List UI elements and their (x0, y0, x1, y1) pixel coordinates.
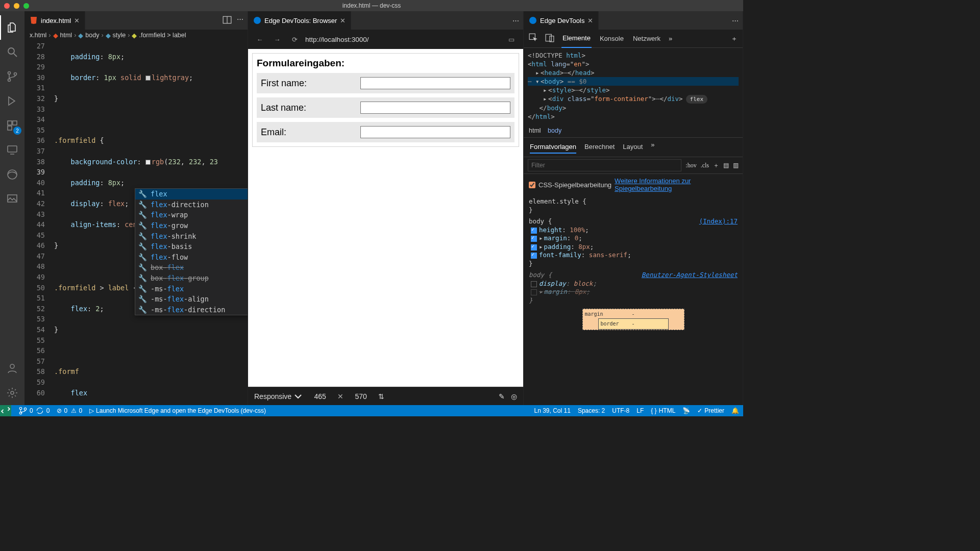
chevron-down-icon (293, 392, 303, 401)
activity-explorer[interactable] (0, 15, 24, 40)
activity-search[interactable] (0, 40, 24, 64)
field-label: Last name: (261, 103, 360, 113)
hov-button[interactable]: :hov (685, 162, 696, 169)
inspect-element-icon[interactable] (529, 33, 538, 44)
autocomplete-item[interactable]: 🔧flex-grow (135, 220, 248, 231)
autocomplete-item[interactable]: 🔧-ms-flex (135, 283, 248, 294)
go-live-icon[interactable]: 📡 (682, 407, 690, 414)
problems-status[interactable]: ⊘ 0 ⚠ 0 (57, 407, 82, 414)
more-actions-icon[interactable]: ⋯ (512, 17, 519, 24)
more-actions-icon[interactable]: ⋯ (732, 17, 739, 24)
autocomplete-item[interactable]: 🔧flex-shrink (135, 231, 248, 241)
close-icon[interactable]: ✕ (587, 17, 593, 24)
dom-tree[interactable]: <!DOCTYPE html> <html lang="en"> ▸<head>… (524, 48, 743, 124)
new-rule-icon[interactable]: ＋ (713, 161, 719, 170)
screencast-icon[interactable]: ▭ (505, 33, 518, 46)
styles-filter-row: :hov .cls ＋ ▤ ▥ (524, 157, 743, 174)
activity-run[interactable] (0, 89, 24, 113)
tab-edge-browser[interactable]: Edge DevTools: Browser ✕ (248, 11, 351, 30)
tab-edge-devtools[interactable]: Edge DevTools ✕ (524, 11, 599, 30)
scm-status[interactable]: 0 0 (18, 406, 50, 415)
first-name-input[interactable] (360, 77, 510, 89)
svg-rect-8 (8, 146, 17, 152)
code-editor[interactable]: 272829 303132 333435 363738 394041 42434… (24, 41, 248, 405)
cls-button[interactable]: .cls (701, 162, 709, 169)
tab-console[interactable]: Konsole (599, 30, 625, 48)
language-mode[interactable]: { } HTML (651, 407, 675, 414)
autocomplete-item[interactable]: 🔧flex-flow (135, 252, 248, 263)
property-icon: 🔧 (138, 295, 146, 303)
autocomplete-item[interactable]: 🔧-ms-flex-direction (135, 305, 248, 315)
more-actions-icon[interactable]: ⋯ (237, 15, 243, 26)
css-mirror-checkbox[interactable] (529, 182, 535, 188)
viewport-width[interactable] (309, 392, 331, 400)
html-file-icon (30, 16, 38, 24)
svg-point-21 (19, 407, 22, 410)
add-tab-icon[interactable]: ＋ (731, 34, 738, 43)
autocomplete-item[interactable]: 🔧box-flex-group (135, 273, 248, 284)
encoding-status[interactable]: UTF-8 (612, 407, 629, 414)
css-mirror-link[interactable]: Spiegelbearbeitung (615, 185, 672, 192)
eol-status[interactable]: LF (636, 407, 644, 414)
autocomplete-item[interactable]: 🔧-ms-flex-align (135, 294, 248, 305)
inspect-icon[interactable]: ◎ (511, 392, 517, 400)
notifications-icon[interactable]: 🔔 (731, 407, 739, 414)
close-icon[interactable]: ✕ (74, 17, 80, 24)
activity-settings[interactable] (0, 381, 24, 405)
reload-button[interactable]: ⟳ (288, 33, 301, 46)
split-editor-icon[interactable] (223, 15, 232, 26)
line-gutter: 272829 303132 333435 363738 394041 42434… (24, 41, 54, 405)
autocomplete-item[interactable]: 🔧box-flex (135, 262, 248, 273)
computed-toggle-icon[interactable]: ▤ (723, 162, 729, 169)
autocomplete-item[interactable]: 🔧flex-wrap (135, 210, 248, 220)
sidebar-toggle-icon[interactable]: ▥ (733, 162, 739, 169)
more-tabs-icon[interactable]: » (651, 141, 654, 154)
device-select[interactable]: Responsive (254, 392, 303, 401)
monitor-icon (6, 144, 18, 156)
indent-status[interactable]: Spaces: 2 (578, 407, 605, 414)
viewport-height[interactable] (350, 392, 372, 400)
more-tabs-icon[interactable]: » (669, 35, 672, 42)
tab-network[interactable]: Netzwerk (632, 30, 662, 48)
css-mirror-link[interactable]: Weitere Informationen zur (615, 177, 691, 185)
autocomplete-item[interactable]: 🔧flex-basis (135, 241, 248, 252)
tab-styles[interactable]: Formatvorlagen (530, 141, 576, 154)
device-toggle-icon[interactable] (545, 33, 554, 44)
autocomplete-popup[interactable]: 🔧flex🔧flex-direction🔧flex-wrap🔧flex-grow… (135, 188, 248, 315)
forward-button[interactable]: → (271, 33, 284, 46)
activity-remote-explorer[interactable] (0, 138, 24, 162)
activity-accounts[interactable] (0, 356, 24, 381)
url-bar[interactable]: http://localhost:3000/ (305, 36, 501, 43)
launch-config[interactable]: ▷ Launch Microsoft Edge and open the Edg… (89, 407, 266, 414)
browser-toolbar: ← → ⟳ http://localhost:3000/ ▭ (248, 30, 523, 49)
tab-elements[interactable]: Elemente (561, 30, 592, 48)
email-input[interactable] (360, 126, 510, 138)
eyedropper-icon[interactable]: ✎ (499, 392, 505, 400)
close-icon[interactable]: ✕ (340, 17, 346, 24)
activity-extensions[interactable]: 2 (0, 113, 24, 138)
svg-rect-5 (8, 121, 12, 125)
dom-breadcrumb[interactable]: html body (524, 124, 743, 137)
rule-source-link[interactable]: (Index):17 (699, 217, 738, 226)
cursor-position[interactable]: Ln 39, Col 11 (534, 407, 571, 414)
tab-computed[interactable]: Berechnet (584, 141, 615, 154)
activity-scm[interactable] (0, 64, 24, 89)
account-icon (6, 362, 18, 374)
tab-layout[interactable]: Layout (623, 141, 643, 154)
remote-button[interactable] (0, 405, 11, 416)
autocomplete-item[interactable]: 🔧flex-direction (135, 199, 248, 210)
rotate-icon[interactable]: ⇅ (378, 392, 384, 400)
form-row: First name: (257, 73, 514, 93)
branch-icon (6, 70, 18, 83)
back-button[interactable]: ← (253, 33, 266, 46)
styles-filter-input[interactable] (528, 159, 681, 171)
tab-index-html[interactable]: index.html ✕ (24, 11, 85, 30)
last-name-input[interactable] (360, 102, 510, 114)
activity-image[interactable] (0, 187, 24, 211)
autocomplete-item[interactable]: 🔧flex (135, 189, 248, 199)
breadcrumb[interactable]: x.html› ◆ html› ◆ body› ◆ style› ◆ .form… (24, 30, 248, 41)
prettier-status[interactable]: ✓ Prettier (697, 407, 724, 414)
property-icon: 🔧 (138, 285, 146, 293)
styles-rules[interactable]: element.style { } body { (Index):17 heig… (524, 195, 743, 335)
activity-edge[interactable] (0, 162, 24, 187)
